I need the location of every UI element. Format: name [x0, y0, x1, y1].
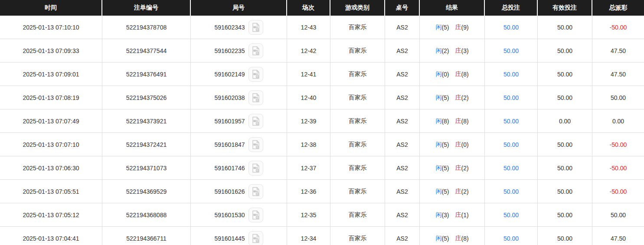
cell-result: 闲(5) 庄(2): [420, 156, 485, 179]
result-banker-label: 庄: [455, 188, 461, 195]
result-player-score: (5): [441, 94, 449, 101]
table-row: 2025-01-13 07:09:33 522194377544 5916022…: [0, 39, 644, 63]
cell-valid-bet: 50.00: [538, 180, 592, 203]
total-bet-link[interactable]: 50.00: [503, 165, 519, 172]
video-replay-button[interactable]: [248, 184, 263, 199]
round-number: 591601847: [214, 141, 245, 148]
total-bet-link[interactable]: 50.00: [503, 141, 519, 148]
video-replay-button[interactable]: [248, 20, 263, 35]
cell-result: 闲(5) 庄(2): [420, 180, 485, 203]
cell-total-payout: -50.00: [592, 156, 644, 179]
cell-table-number: AS2: [385, 156, 420, 179]
cell-valid-bet: 50.00: [538, 156, 592, 179]
game-type: 百家乐: [349, 47, 367, 55]
cell-total-bet: 50.00: [485, 133, 538, 156]
total-bet-link[interactable]: 50.00: [503, 71, 519, 78]
column-header-table-number: 桌号: [385, 0, 420, 16]
video-replay-button[interactable]: [248, 231, 263, 245]
result-banker: 庄(8): [455, 235, 469, 242]
cell-total-bet: 50.00: [485, 203, 538, 226]
bet-time: 2025-01-13 07:05:51: [23, 188, 79, 195]
valid-bet-amount: 50.00: [557, 188, 572, 195]
table-number: AS2: [396, 165, 408, 172]
bet-number: 522194377544: [126, 47, 167, 54]
result-player: 闲(5): [435, 188, 449, 195]
cell-result: 闲(5) 庄(2): [420, 86, 485, 109]
video-replay-button[interactable]: [248, 161, 263, 175]
valid-bet-amount: 50.00: [557, 47, 572, 54]
result-banker-label: 庄: [455, 235, 461, 242]
column-header-time: 时间: [0, 0, 102, 16]
result-player-score: (5): [441, 235, 449, 242]
total-bet-link[interactable]: 50.00: [503, 235, 519, 242]
total-bet-link[interactable]: 50.00: [503, 24, 519, 31]
video-replay-button[interactable]: [248, 114, 263, 129]
video-replay-button[interactable]: [248, 208, 263, 222]
total-bet-link[interactable]: 50.00: [503, 212, 519, 219]
result-player: 闲(5): [435, 141, 449, 149]
video-replay-button[interactable]: [248, 137, 263, 152]
cell-game-type: 百家乐: [330, 133, 385, 156]
video-file-icon: [251, 210, 261, 220]
total-payout-amount: -50.00: [610, 165, 627, 172]
cell-round-number: 591602235: [191, 39, 287, 62]
video-file-icon: [251, 46, 261, 56]
cell-time: 2025-01-13 07:09:01: [0, 63, 102, 86]
video-file-icon: [251, 139, 261, 150]
result-player-score: (5): [441, 165, 449, 172]
cell-session: 12-38: [287, 133, 330, 156]
game-type: 百家乐: [349, 94, 367, 102]
result-banker: 庄(9): [455, 23, 469, 31]
cell-time: 2025-01-13 07:06:30: [0, 156, 102, 179]
cell-round-number: 591602149: [191, 63, 287, 86]
session-number: 12-35: [301, 212, 317, 219]
result-player: 闲(5): [435, 164, 449, 172]
cell-bet-number: 522194377544: [102, 39, 191, 62]
result-player-score: (5): [441, 24, 449, 31]
bet-time: 2025-01-13 07:09:01: [23, 71, 79, 78]
video-replay-button[interactable]: [248, 90, 263, 105]
column-header-result: 结果: [420, 0, 485, 16]
total-bet-link[interactable]: 50.00: [503, 94, 519, 101]
table-row: 2025-01-13 07:07:49 522194373921 5916019…: [0, 109, 644, 133]
session-number: 12-43: [301, 24, 317, 31]
cell-total-payout: 47.50: [592, 63, 644, 86]
session-number: 12-36: [301, 188, 317, 195]
result-banker: 庄(2): [455, 164, 469, 172]
total-bet-link[interactable]: 50.00: [503, 188, 519, 195]
cell-total-bet: 50.00: [485, 16, 538, 39]
cell-bet-number: 522194376491: [102, 63, 191, 86]
cell-table-number: AS2: [385, 39, 420, 62]
bet-number: 522194369529: [126, 188, 167, 195]
game-type: 百家乐: [349, 70, 367, 78]
cell-valid-bet: 50.00: [538, 63, 592, 86]
table-header: 时间 注单编号 局号 场次 游戏类别 桌号 结果 总投注 有效投注 总派彩: [0, 0, 644, 16]
cell-time: 2025-01-13 07:05:12: [0, 203, 102, 226]
session-number: 12-34: [301, 235, 317, 242]
result-banker: 庄(3): [455, 47, 469, 55]
result-banker: 庄(0): [455, 141, 469, 149]
result-banker-label: 庄: [455, 23, 461, 31]
total-payout-amount: 50.00: [611, 212, 626, 219]
cell-game-type: 百家乐: [330, 227, 385, 245]
result-player: 闲(2): [435, 47, 449, 55]
bet-number: 522194371073: [126, 165, 167, 172]
result-banker-label: 庄: [455, 164, 461, 172]
total-bet-link[interactable]: 50.00: [503, 47, 519, 54]
table-row: 2025-01-13 07:10:10 522194378708 5916023…: [0, 16, 644, 39]
result-banker: 庄(2): [455, 188, 469, 195]
cell-total-payout: -50.00: [592, 180, 644, 203]
video-replay-button[interactable]: [248, 43, 263, 58]
cell-table-number: AS2: [385, 133, 420, 156]
column-header-total-payout: 总派彩: [592, 0, 644, 16]
video-replay-button[interactable]: [248, 67, 263, 82]
game-type: 百家乐: [349, 211, 367, 219]
result-banker-score: (1): [461, 212, 469, 219]
session-number: 12-39: [301, 118, 317, 125]
bet-number: 522194372421: [126, 141, 167, 148]
cell-round-number: 591602038: [191, 86, 287, 109]
total-bet-link[interactable]: 50.00: [503, 118, 519, 125]
cell-total-bet: 50.00: [485, 156, 538, 179]
session-number: 12-40: [301, 94, 317, 101]
cell-game-type: 百家乐: [330, 39, 385, 62]
